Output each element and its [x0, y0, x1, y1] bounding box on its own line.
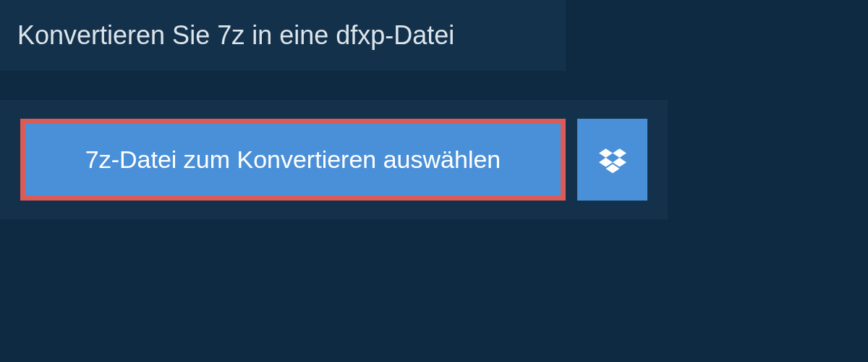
- select-file-label: 7z-Datei zum Konvertieren auswählen: [85, 146, 501, 174]
- page-title: Konvertieren Sie 7z in eine dfxp-Datei: [17, 20, 548, 51]
- action-panel: 7z-Datei zum Konvertieren auswählen: [0, 100, 668, 219]
- select-file-highlight: 7z-Datei zum Konvertieren auswählen: [20, 119, 566, 201]
- header-bar: Konvertieren Sie 7z in eine dfxp-Datei: [0, 0, 566, 71]
- dropbox-icon: [599, 146, 626, 174]
- dropbox-button[interactable]: [577, 119, 647, 201]
- select-file-button[interactable]: 7z-Datei zum Konvertieren auswählen: [25, 124, 561, 195]
